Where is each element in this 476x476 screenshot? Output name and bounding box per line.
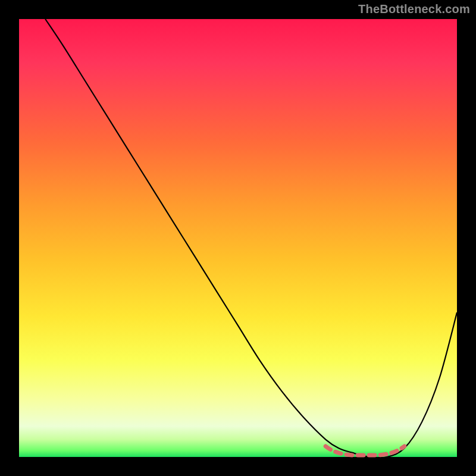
watermark-text: TheBottleneck.com	[358, 2, 470, 16]
plot-area	[19, 19, 457, 457]
chart-svg	[19, 19, 457, 457]
bottleneck-curve	[45, 19, 457, 458]
chart-frame: TheBottleneck.com	[0, 0, 476, 476]
